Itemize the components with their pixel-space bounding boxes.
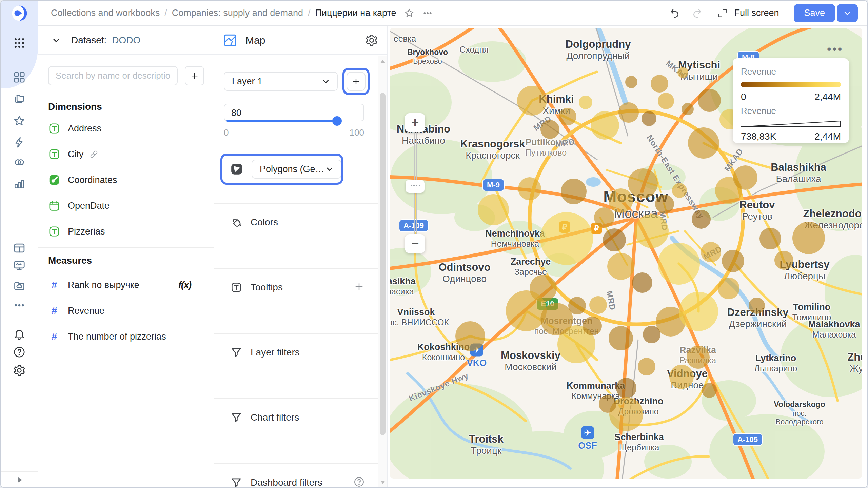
map-bubble[interactable] <box>638 358 655 375</box>
map-bubble[interactable] <box>669 365 694 389</box>
sidebar-item-table[interactable] <box>13 242 26 255</box>
add-icon[interactable] <box>353 281 365 292</box>
map-bubble[interactable] <box>540 120 559 139</box>
sidebar-item-monitoring[interactable] <box>13 259 26 272</box>
map-menu-button[interactable]: ••• <box>827 45 843 52</box>
map-bubble[interactable] <box>774 251 793 270</box>
map-bubble[interactable] <box>682 103 694 115</box>
field-row[interactable]: OpenDate <box>38 193 214 219</box>
map-visualization-icon[interactable] <box>223 33 237 47</box>
sidebar-item-connections-rings[interactable] <box>13 156 26 169</box>
map-bubble[interactable] <box>658 243 700 285</box>
map-bubble[interactable] <box>579 96 592 109</box>
map-bubble[interactable] <box>517 86 547 116</box>
map-bubble[interactable] <box>749 298 765 314</box>
datalens-logo-icon[interactable] <box>12 5 27 21</box>
map-bubble[interactable] <box>688 127 719 159</box>
map-bubble[interactable] <box>589 296 607 314</box>
map-bubble[interactable] <box>518 177 541 200</box>
sidebar-collapse-button[interactable] <box>1 471 38 487</box>
breadcrumb-item[interactable]: Collections and workbooks <box>51 8 160 18</box>
map-bubble[interactable] <box>679 292 718 331</box>
save-button[interactable]: Save <box>794 4 835 22</box>
map-bubble[interactable] <box>655 195 674 214</box>
chart-settings-gear-icon[interactable] <box>365 34 378 47</box>
geotype-select[interactable]: Polygons (Ge… <box>252 160 341 179</box>
field-row[interactable]: #Rank по выручкеf(x) <box>38 272 214 298</box>
map-bubble[interactable] <box>635 214 669 248</box>
sidebar-item-settings-gear[interactable] <box>13 364 26 377</box>
map-bubble[interactable] <box>792 222 825 254</box>
field-row[interactable]: City <box>38 141 214 167</box>
sidebar-item-dashboard[interactable] <box>13 71 26 84</box>
undo-icon[interactable] <box>669 8 680 19</box>
favorite-star-icon[interactable] <box>404 8 415 19</box>
map-bubble[interactable] <box>583 317 602 336</box>
section-tooltips[interactable]: Tooltips <box>214 268 378 333</box>
layer-select[interactable]: Layer 1 <box>224 72 338 91</box>
map-bubble[interactable] <box>702 383 717 398</box>
redo-icon[interactable] <box>692 8 703 19</box>
field-row[interactable]: Address <box>38 116 214 141</box>
map-bubble[interactable] <box>561 179 587 204</box>
sidebar-item-storage-folder[interactable] <box>13 279 26 292</box>
map-bubble[interactable] <box>506 290 547 331</box>
map-bubble[interactable] <box>603 228 626 251</box>
panel-scrollbar[interactable] <box>378 56 387 487</box>
layer-opacity-input[interactable]: 80 <box>224 104 364 121</box>
opacity-slider-track[interactable] <box>226 120 336 122</box>
map-bubble[interactable] <box>651 75 668 93</box>
map-bubble[interactable] <box>628 168 658 198</box>
add-layer-button[interactable] <box>347 72 366 91</box>
fullscreen-icon[interactable] <box>717 8 728 19</box>
map-bubble[interactable] <box>632 272 652 293</box>
field-row[interactable]: #The number of pizzerias <box>38 324 214 349</box>
map-bubble[interactable] <box>609 326 633 350</box>
map-bubble[interactable] <box>609 188 633 213</box>
map-bubble[interactable] <box>594 207 614 228</box>
breadcrumb-item[interactable]: Пиццерии на карте <box>315 8 396 18</box>
map-canvas[interactable]: еевкаBryokhovoБрёховоСходняDolgoprudnyДо… <box>390 28 862 479</box>
sidebar-item-help-question[interactable] <box>13 346 26 359</box>
map-bubble[interactable] <box>616 378 636 398</box>
section-layer-filters[interactable]: Layer filters <box>214 333 378 398</box>
zoom-in-button[interactable]: + <box>405 113 425 132</box>
sidebar-item-lightning[interactable] <box>13 136 26 149</box>
map-bubble[interactable] <box>677 67 688 78</box>
search-input[interactable] <box>48 66 178 85</box>
map-bubble[interactable] <box>559 108 576 125</box>
zoom-slider-handle[interactable] <box>406 180 425 193</box>
fullscreen-label[interactable]: Full screen <box>734 8 779 18</box>
map-bubble[interactable] <box>687 346 710 369</box>
map-bubble[interactable] <box>672 183 687 198</box>
dataset-name[interactable]: DODO <box>112 35 140 46</box>
map-bubble[interactable] <box>455 321 485 351</box>
more-options-icon[interactable] <box>422 8 433 19</box>
formula-fx-icon[interactable]: f(x) <box>178 280 191 290</box>
sidebar-item-bar-chart[interactable] <box>13 177 26 190</box>
map-bubble[interactable] <box>478 194 509 225</box>
map-bubble[interactable] <box>642 111 656 126</box>
sidebar-item-favorites-star[interactable] <box>13 115 26 127</box>
map-bubble[interactable] <box>760 228 781 249</box>
scrollbar-thumb[interactable] <box>380 93 386 435</box>
map-bubble[interactable] <box>718 278 739 299</box>
field-row[interactable]: Coordinates <box>38 167 214 193</box>
field-row[interactable]: #Revenue <box>38 298 214 324</box>
map-bubble[interactable] <box>599 395 616 413</box>
map-bubble[interactable] <box>698 89 721 112</box>
sidebar-item-more-dots[interactable] <box>13 299 26 312</box>
map-bubble[interactable] <box>658 93 674 109</box>
chevron-down-icon[interactable] <box>51 35 62 46</box>
opacity-slider-knob[interactable] <box>332 116 342 126</box>
add-field-button[interactable] <box>185 66 204 85</box>
sidebar-item-collections[interactable] <box>13 92 26 105</box>
field-row[interactable]: Pizzerias <box>38 219 214 244</box>
scroll-down-arrow-icon[interactable] <box>380 481 385 484</box>
section-chart-filters[interactable]: Chart filters <box>214 398 378 463</box>
help-icon[interactable] <box>353 476 365 487</box>
map-bubble[interactable] <box>733 165 757 190</box>
map-bubble[interactable] <box>607 253 634 280</box>
zoom-out-button[interactable]: − <box>405 234 425 253</box>
map-bubble[interactable] <box>643 326 660 343</box>
